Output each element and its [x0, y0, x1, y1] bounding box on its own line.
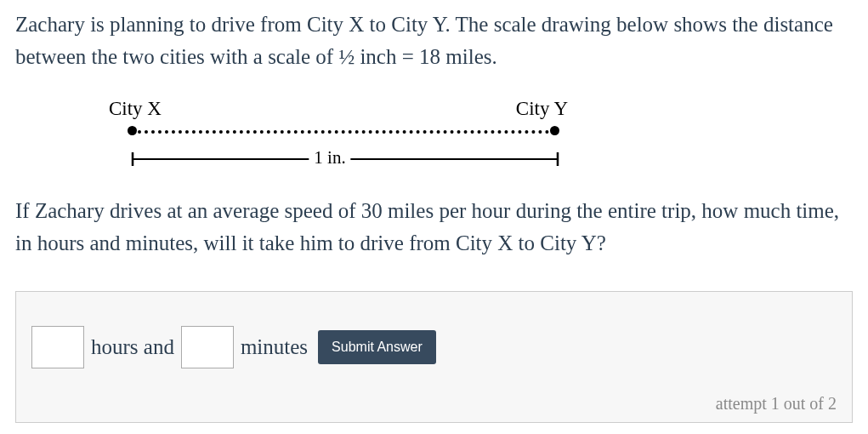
question-paragraph-2: If Zachary drives at an average speed of… [15, 195, 853, 259]
hours-input[interactable] [31, 326, 84, 368]
scale-measurement-label: 1 in. [309, 147, 350, 168]
city-x-label: City X [109, 98, 162, 120]
answer-input-row: hours and minutes Submit Answer [31, 326, 837, 368]
city-x-point [128, 126, 137, 135]
question-paragraph-1: Zachary is planning to drive from City X… [15, 9, 853, 72]
submit-button[interactable]: Submit Answer [318, 330, 436, 364]
attempt-counter: attempt 1 out of 2 [31, 394, 837, 414]
minutes-input[interactable] [181, 326, 234, 368]
hours-label: hours and [91, 335, 174, 359]
scale-indicator: 1 in. [92, 149, 568, 169]
city-y-label: City Y [516, 98, 568, 120]
city-y-point [550, 126, 559, 135]
answer-container: hours and minutes Submit Answer attempt … [15, 291, 853, 423]
minutes-label: minutes [241, 335, 308, 359]
distance-line [92, 125, 568, 137]
dotted-connector [138, 130, 549, 134]
scale-diagram: City X City Y 1 in. [92, 98, 568, 169]
